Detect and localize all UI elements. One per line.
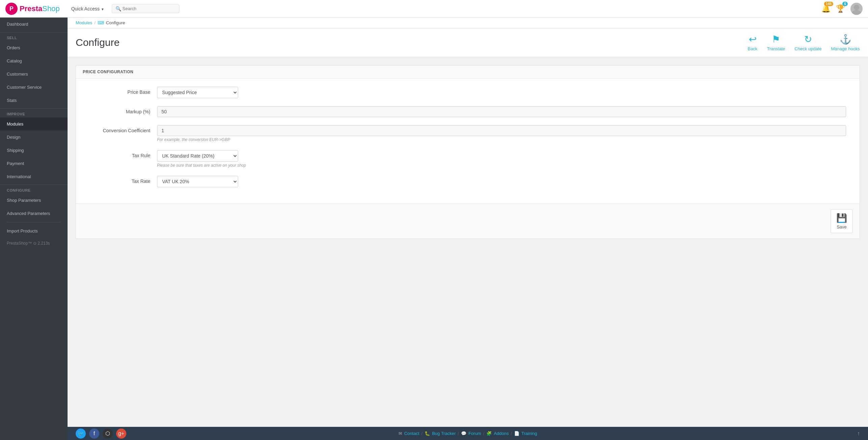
translate-icon: ⚑ [772, 34, 780, 45]
sidebar-item-stats[interactable]: Stats [0, 94, 68, 107]
tax-rule-select[interactable]: UK Standard Rate (20%) No Tax [157, 150, 238, 162]
sidebar-section-sell: SELL [0, 32, 68, 41]
training-link[interactable]: Training [521, 431, 537, 436]
tax-rule-label: Tax Rule [90, 150, 157, 158]
facebook-button[interactable]: f [89, 429, 99, 439]
page-header: Configure ↩ Back ⚑ Translate ↻ Check upd… [68, 28, 868, 57]
comment-icon: 💬 [461, 431, 466, 436]
back-icon: ↩ [749, 34, 757, 45]
notifications-button[interactable]: 🔔 145 [821, 4, 831, 13]
svg-point-3 [852, 10, 861, 15]
trophy-button[interactable]: 🏆 6 [836, 4, 845, 13]
sidebar-item-design[interactable]: Design [0, 131, 68, 144]
breadcrumb-wrench-icon: ⌨ [98, 20, 104, 25]
tax-rule-control: UK Standard Rate (20%) No Tax Please be … [157, 150, 846, 168]
contact-link[interactable]: Contact [404, 431, 419, 436]
tax-rule-hint: Please be sure that taxes are active on … [157, 163, 846, 168]
main-content: Modules / ⌨ Configure Configure ↩ Back ⚑… [68, 18, 868, 440]
price-base-select[interactable]: Suggested Price Wholesale Price [157, 87, 238, 98]
sidebar-section-improve: IMPROVE [0, 108, 68, 117]
manage-hooks-icon: ⚓ [840, 34, 851, 45]
check-update-icon: ↻ [804, 34, 812, 45]
sidebar-section-configure: CONFIGURE [0, 185, 68, 194]
check-update-button[interactable]: ↻ Check update [794, 34, 821, 51]
trophy-badge: 6 [842, 2, 848, 6]
sidebar: Dashboard SELL Orders Catalog Customers … [0, 18, 68, 440]
markup-input[interactable] [157, 106, 846, 117]
tax-rate-label: Tax Rate [90, 176, 157, 184]
sidebar-footer: PrestaShop™ ⊙ 2.213s [0, 238, 68, 249]
sidebar-item-international[interactable]: International [0, 170, 68, 183]
search-input[interactable] [123, 6, 176, 11]
caret-down-icon [101, 6, 104, 11]
svg-point-2 [854, 5, 859, 10]
main-layout: Dashboard SELL Orders Catalog Customers … [0, 18, 868, 440]
footer: 🐦 f ⬡ g+ ✉ Contact / 🐛 Bug Tracker / 💬 F… [68, 427, 868, 440]
search-bar[interactable]: 🔍 [112, 4, 179, 13]
svg-text:P: P [9, 5, 14, 12]
conversion-control: For example, the conversion EUR->GBP [157, 125, 846, 142]
github-button[interactable]: ⬡ [103, 429, 113, 439]
sidebar-item-orders[interactable]: Orders [0, 41, 68, 54]
forum-link[interactable]: Forum [468, 431, 481, 436]
form-card: PRICE CONFIGURATION Price Base Suggested… [76, 65, 860, 239]
sidebar-item-shop-parameters[interactable]: Shop Parameters [0, 194, 68, 207]
search-icon: 🔍 [116, 6, 121, 11]
save-button[interactable]: 💾 Save [831, 209, 853, 233]
price-base-group: Price Base Suggested Price Wholesale Pri… [90, 87, 846, 98]
quick-access-button[interactable]: Quick Access [68, 5, 108, 13]
manage-hooks-button[interactable]: ⚓ Manage hooks [831, 34, 860, 51]
price-base-label: Price Base [90, 87, 157, 95]
sidebar-item-import-products[interactable]: Import Products [0, 224, 68, 238]
top-nav-links: Quick Access 🔍 [68, 4, 821, 13]
bug-tracker-link[interactable]: Bug Tracker [432, 431, 456, 436]
tax-rule-group: Tax Rule UK Standard Rate (20%) No Tax P… [90, 150, 846, 168]
tax-rate-select[interactable]: VAT UK 20% No Tax [157, 176, 238, 187]
page-actions: ↩ Back ⚑ Translate ↻ Check update ⚓ Mana… [748, 34, 860, 51]
sidebar-item-dashboard[interactable]: Dashboard [0, 18, 68, 31]
content-area: PRICE CONFIGURATION Price Base Suggested… [68, 57, 868, 427]
form-card-header: PRICE CONFIGURATION [76, 65, 860, 79]
sidebar-item-customers[interactable]: Customers [0, 67, 68, 81]
top-nav-right: 🔔 145 🏆 6 [821, 3, 863, 15]
twitter-button[interactable]: 🐦 [76, 429, 86, 439]
conversion-input[interactable] [157, 125, 846, 136]
breadcrumb-sep1: / [94, 20, 96, 25]
sidebar-item-modules[interactable]: Modules [0, 117, 68, 131]
notifications-badge: 145 [824, 2, 833, 6]
markup-control [157, 106, 846, 117]
price-base-control: Suggested Price Wholesale Price [157, 87, 846, 98]
conversion-label: Conversion Coefficient [90, 125, 157, 133]
tax-rate-group: Tax Rate VAT UK 20% No Tax [90, 176, 846, 187]
logo: P PrestaShop [5, 3, 60, 15]
footer-links: ✉ Contact / 🐛 Bug Tracker / 💬 Forum / 🧩 … [399, 431, 537, 436]
sidebar-item-catalog[interactable]: Catalog [0, 54, 68, 67]
logo-text: PrestaShop [20, 4, 60, 13]
back-button[interactable]: ↩ Back [748, 34, 758, 51]
save-icon: 💾 [836, 213, 847, 223]
top-navigation: P PrestaShop Quick Access 🔍 🔔 145 🏆 6 [0, 0, 868, 18]
gplus-button[interactable]: g+ [116, 429, 126, 439]
breadcrumb-modules[interactable]: Modules [76, 20, 92, 25]
markup-group: Markup (%) [90, 106, 846, 117]
bug-icon: 🐛 [425, 431, 430, 436]
markup-label: Markup (%) [90, 106, 157, 114]
prestashop-logo-icon: P [5, 3, 18, 15]
form-card-body: Price Base Suggested Price Wholesale Pri… [76, 79, 860, 203]
breadcrumb-configure: Configure [106, 20, 125, 25]
sidebar-item-customer-service[interactable]: Customer Service [0, 81, 68, 94]
avatar[interactable] [850, 3, 863, 15]
addons-link[interactable]: Addons [494, 431, 509, 436]
form-card-footer: 💾 Save [76, 203, 860, 239]
sidebar-divider [7, 222, 61, 222]
conversion-group: Conversion Coefficient For example, the … [90, 125, 846, 142]
sidebar-item-payment[interactable]: Payment [0, 157, 68, 170]
scroll-to-top-button[interactable]: ↑ [857, 431, 860, 437]
sidebar-item-shipping[interactable]: Shipping [0, 144, 68, 157]
doc-icon: 📄 [514, 431, 519, 436]
footer-social-links: 🐦 f ⬡ g+ [76, 429, 126, 439]
translate-button[interactable]: ⚑ Translate [767, 34, 785, 51]
sidebar-item-advanced-parameters[interactable]: Advanced Parameters [0, 207, 68, 220]
puzzle-icon: 🧩 [486, 431, 492, 436]
tax-rate-control: VAT UK 20% No Tax [157, 176, 846, 187]
